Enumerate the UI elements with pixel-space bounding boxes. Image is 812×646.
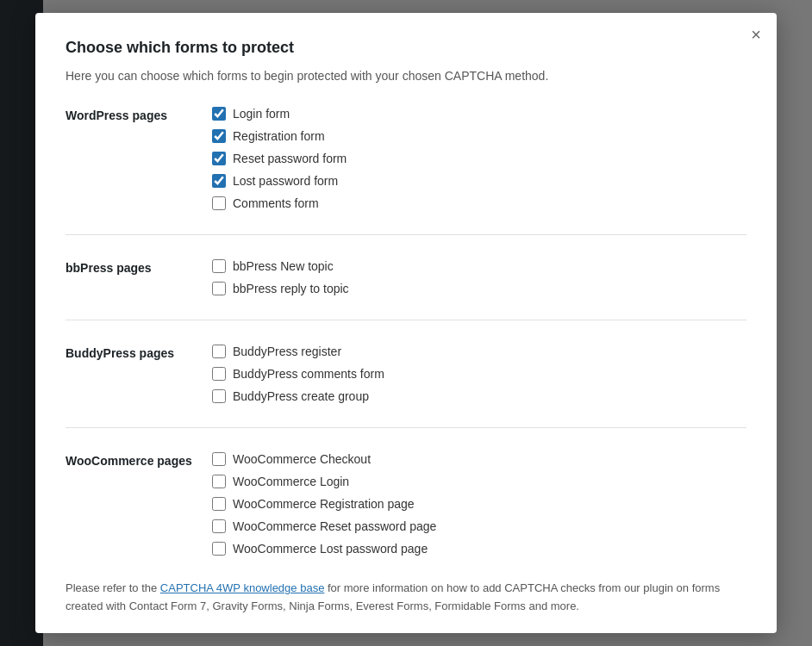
- section-label-buddypress: BuddyPress pages: [66, 345, 212, 360]
- label-woo-checkout: WooCommerce Checkout: [233, 452, 371, 466]
- checkbox-reset-password-form[interactable]: [212, 152, 226, 165]
- checkbox-item-buddypress-comments-form[interactable]: BuddyPress comments form: [212, 367, 384, 381]
- checkboxes-wordpress: Login formRegistration formReset passwor…: [212, 107, 347, 210]
- label-bbpress-new-topic: bbPress New topic: [233, 259, 334, 273]
- modal-description: Here you can choose which forms to begin…: [66, 67, 746, 85]
- checkbox-woo-checkout[interactable]: [212, 452, 226, 466]
- checkbox-item-bbpress-new-topic[interactable]: bbPress New topic: [212, 259, 349, 273]
- checkbox-item-bbpress-reply-to-topic[interactable]: bbPress reply to topic: [212, 282, 349, 295]
- divider-2: [66, 427, 746, 428]
- checkbox-item-reset-password-form[interactable]: Reset password form: [212, 152, 347, 165]
- checkbox-bbpress-new-topic[interactable]: [212, 259, 226, 273]
- checkbox-woo-reset-password[interactable]: [212, 519, 226, 533]
- label-comments-form: Comments form: [233, 196, 319, 210]
- checkbox-item-woo-reset-password[interactable]: WooCommerce Reset password page: [212, 519, 436, 533]
- label-woo-login: WooCommerce Login: [233, 475, 349, 488]
- checkbox-item-login-form[interactable]: Login form: [212, 107, 347, 121]
- checkbox-item-lost-password-form[interactable]: Lost password form: [212, 174, 347, 188]
- checkbox-buddypress-register[interactable]: [212, 345, 226, 358]
- modal-dialog: × Choose which forms to protect Here you…: [35, 13, 777, 633]
- section-label-woocommerce: WooCommerce pages: [66, 452, 212, 468]
- checkboxes-woocommerce: WooCommerce CheckoutWooCommerce LoginWoo…: [212, 452, 436, 556]
- knowledge-base-link[interactable]: CAPTCHA 4WP knowledge base: [160, 581, 325, 594]
- label-woo-lost-password: WooCommerce Lost password page: [233, 542, 428, 556]
- checkbox-woo-registration[interactable]: [212, 497, 226, 511]
- section-wordpress: WordPress pagesLogin formRegistration fo…: [66, 107, 746, 210]
- checkbox-item-buddypress-create-group[interactable]: BuddyPress create group: [212, 389, 384, 403]
- checkboxes-buddypress: BuddyPress registerBuddyPress comments f…: [212, 345, 384, 403]
- checkbox-woo-login[interactable]: [212, 475, 226, 488]
- modal-backdrop: × Choose which forms to protect Here you…: [0, 0, 812, 646]
- checkbox-item-woo-login[interactable]: WooCommerce Login: [212, 475, 436, 488]
- label-bbpress-reply-to-topic: bbPress reply to topic: [233, 282, 349, 295]
- label-buddypress-create-group: BuddyPress create group: [233, 389, 369, 403]
- modal-title: Choose which forms to protect: [66, 39, 746, 57]
- checkbox-comments-form[interactable]: [212, 196, 226, 210]
- section-buddypress: BuddyPress pagesBuddyPress registerBuddy…: [66, 345, 746, 403]
- label-registration-form: Registration form: [233, 129, 325, 143]
- checkbox-item-registration-form[interactable]: Registration form: [212, 129, 347, 143]
- checkbox-buddypress-create-group[interactable]: [212, 389, 226, 403]
- close-button[interactable]: ×: [751, 26, 761, 43]
- checkbox-item-woo-lost-password[interactable]: WooCommerce Lost password page: [212, 542, 436, 556]
- label-buddypress-register: BuddyPress register: [233, 345, 341, 358]
- checkbox-bbpress-reply-to-topic[interactable]: [212, 282, 226, 295]
- checkbox-item-comments-form[interactable]: Comments form: [212, 196, 347, 210]
- divider-0: [66, 234, 746, 235]
- label-woo-reset-password: WooCommerce Reset password page: [233, 519, 436, 533]
- checkbox-buddypress-comments-form[interactable]: [212, 367, 226, 381]
- divider-1: [66, 320, 746, 320]
- section-bbpress: bbPress pagesbbPress New topicbbPress re…: [66, 259, 746, 295]
- label-woo-registration: WooCommerce Registration page: [233, 497, 415, 511]
- label-reset-password-form: Reset password form: [233, 152, 347, 165]
- label-buddypress-comments-form: BuddyPress comments form: [233, 367, 384, 381]
- note-prefix: Please refer to the: [66, 581, 160, 594]
- modal-note: Please refer to the CAPTCHA 4WP knowledg…: [66, 580, 746, 616]
- label-login-form: Login form: [233, 107, 290, 121]
- section-label-bbpress: bbPress pages: [66, 259, 212, 275]
- label-lost-password-form: Lost password form: [233, 174, 338, 188]
- sections-container: WordPress pagesLogin formRegistration fo…: [66, 107, 746, 556]
- checkboxes-bbpress: bbPress New topicbbPress reply to topic: [212, 259, 349, 295]
- section-label-wordpress: WordPress pages: [66, 107, 212, 122]
- checkbox-item-buddypress-register[interactable]: BuddyPress register: [212, 345, 384, 358]
- checkbox-login-form[interactable]: [212, 107, 226, 121]
- checkbox-item-woo-registration[interactable]: WooCommerce Registration page: [212, 497, 436, 511]
- section-woocommerce: WooCommerce pagesWooCommerce CheckoutWoo…: [66, 452, 746, 556]
- checkbox-woo-lost-password[interactable]: [212, 542, 226, 556]
- checkbox-lost-password-form[interactable]: [212, 174, 226, 188]
- checkbox-registration-form[interactable]: [212, 129, 226, 143]
- checkbox-item-woo-checkout[interactable]: WooCommerce Checkout: [212, 452, 436, 466]
